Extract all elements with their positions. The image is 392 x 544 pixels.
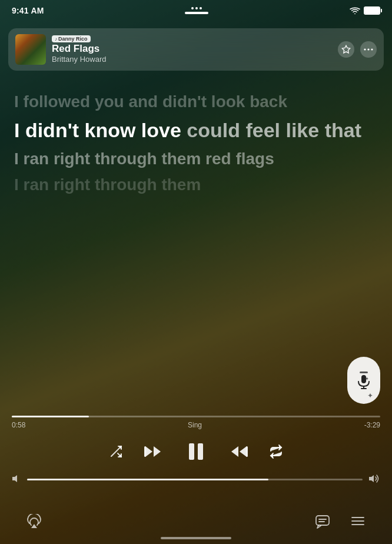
- music-note-icon: ♪: [55, 37, 57, 42]
- svg-rect-15: [198, 443, 203, 460]
- pause-button[interactable]: [183, 439, 209, 465]
- svg-point-1: [364, 48, 366, 50]
- bottom-bar: [0, 511, 392, 532]
- now-playing-actions: [338, 41, 377, 58]
- svg-marker-17: [240, 446, 247, 457]
- status-pill: [185, 12, 208, 14]
- mic-icon: ✦: [356, 373, 372, 390]
- shuffle-button[interactable]: [109, 445, 123, 459]
- svg-rect-18: [246, 446, 248, 457]
- status-time: 9:41 AM: [12, 6, 44, 15]
- volume-bar: [12, 474, 380, 485]
- svg-text:✦: ✦: [365, 376, 369, 382]
- wifi-icon: [350, 7, 360, 15]
- now-playing-widget: ♪ Danny Rico Red Flags Brittany Howard: [8, 28, 384, 71]
- song-info: ♪ Danny Rico Red Flags Brittany Howard: [52, 35, 106, 64]
- lyric-highlight: I didn't know love: [14, 119, 187, 141]
- svg-marker-19: [12, 475, 17, 482]
- status-bar: 9:41 AM: [0, 0, 392, 21]
- svg-marker-12: [154, 446, 161, 457]
- svg-text:✦: ✦: [367, 392, 373, 399]
- sparkle-icon: ✦: [367, 391, 376, 399]
- svg-marker-21: [31, 524, 37, 528]
- svg-marker-20: [369, 475, 374, 482]
- airplay-button[interactable]: [24, 511, 45, 532]
- screen: 9:41 AM: [0, 0, 392, 544]
- player-controls: [0, 439, 392, 465]
- artist-badge: ♪ Danny Rico: [52, 35, 91, 42]
- player-progress: 0:58 Sing -3:29: [0, 416, 392, 429]
- status-dots: [191, 7, 202, 9]
- volume-fill: [27, 479, 268, 480]
- svg-rect-14: [189, 443, 194, 460]
- svg-rect-22: [316, 516, 329, 525]
- status-center: [185, 7, 208, 14]
- current-time: 0:58: [12, 421, 25, 429]
- song-artist: Brittany Howard: [52, 55, 106, 64]
- lyric-line-1: I followed you and didn't look back: [14, 91, 378, 112]
- volume-low-icon: [12, 475, 21, 485]
- status-dot-3: [200, 7, 202, 9]
- mic-button[interactable]: ✦ ✦: [347, 357, 380, 404]
- progress-fill: [12, 416, 89, 417]
- lyric-line-active: I didn't know love could feel like that: [14, 117, 378, 143]
- mic-icon-wrap: ✦: [356, 373, 372, 390]
- battery-icon: [364, 6, 380, 15]
- sing-label: Sing: [188, 421, 202, 429]
- song-title: Red Flags: [52, 44, 106, 55]
- more-button[interactable]: [360, 41, 377, 58]
- rewind-button[interactable]: [144, 444, 162, 459]
- artist-badge-text: Danny Rico: [58, 36, 88, 42]
- progress-times: 0:58 Sing -3:29: [12, 421, 380, 429]
- svg-marker-0: [342, 45, 350, 53]
- progress-track[interactable]: [12, 416, 380, 417]
- now-playing-left: ♪ Danny Rico Red Flags Brittany Howard: [15, 34, 106, 65]
- album-art: [15, 34, 46, 65]
- svg-point-3: [371, 48, 373, 50]
- remaining-time: -3:29: [364, 421, 380, 429]
- lyric-line-3: I ran right through them red flags: [14, 148, 378, 170]
- svg-rect-13: [144, 446, 146, 457]
- star-button[interactable]: [338, 41, 354, 58]
- song-info-top: ♪ Danny Rico: [52, 35, 106, 42]
- lyrics-button[interactable]: [312, 511, 333, 532]
- album-art-image: [15, 34, 46, 65]
- lyric-upcoming: could feel like that: [187, 119, 361, 141]
- volume-track[interactable]: [27, 479, 363, 480]
- status-dot-1: [191, 7, 194, 9]
- svg-point-2: [367, 48, 369, 50]
- svg-marker-11: [145, 446, 152, 457]
- battery-fill: [365, 8, 379, 14]
- svg-marker-16: [231, 446, 238, 457]
- repeat-button[interactable]: [269, 445, 283, 459]
- volume-high-icon: [368, 474, 380, 485]
- queue-button[interactable]: [347, 511, 368, 532]
- lyric-line-4: I ran right through them: [14, 174, 378, 195]
- status-icons: [350, 6, 380, 15]
- status-dot-2: [195, 7, 198, 9]
- home-indicator: [161, 537, 231, 539]
- forward-button[interactable]: [230, 444, 248, 459]
- bottom-right-icons: [312, 511, 368, 532]
- lyrics-area: I followed you and didn't look back I di…: [0, 79, 392, 414]
